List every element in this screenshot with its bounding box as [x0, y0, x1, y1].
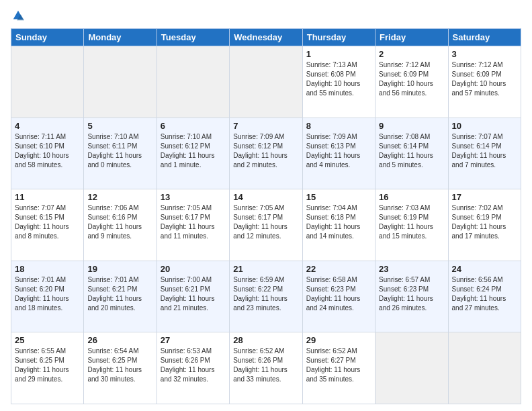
- day-number: 11: [15, 192, 80, 202]
- day-info: Sunrise: 7:11 AMSunset: 6:10 PMDaylight:…: [15, 132, 80, 170]
- day-number: 22: [306, 264, 371, 274]
- day-info: Sunrise: 7:12 AMSunset: 6:09 PMDaylight:…: [452, 60, 517, 98]
- calendar-cell: 3Sunrise: 7:12 AMSunset: 6:09 PMDaylight…: [448, 46, 521, 118]
- calendar-cell: 21Sunrise: 6:59 AMSunset: 6:22 PMDayligh…: [230, 261, 302, 332]
- day-info: Sunrise: 6:58 AMSunset: 6:23 PMDaylight:…: [306, 275, 371, 313]
- weekday-header-monday: Monday: [84, 29, 157, 46]
- day-info: Sunrise: 7:12 AMSunset: 6:09 PMDaylight:…: [379, 60, 444, 98]
- day-info: Sunrise: 7:09 AMSunset: 6:12 PMDaylight:…: [233, 132, 298, 170]
- calendar-cell: 17Sunrise: 7:02 AMSunset: 6:19 PMDayligh…: [448, 189, 521, 261]
- calendar-cell: 27Sunrise: 6:53 AMSunset: 6:26 PMDayligh…: [157, 332, 229, 404]
- calendar-cell: [375, 332, 448, 404]
- day-number: 1: [306, 49, 371, 59]
- day-info: Sunrise: 7:10 AMSunset: 6:11 PMDaylight:…: [87, 132, 152, 170]
- day-number: 19: [87, 264, 152, 274]
- day-number: 17: [452, 192, 517, 202]
- day-info: Sunrise: 7:06 AMSunset: 6:16 PMDaylight:…: [87, 203, 152, 241]
- calendar-week-2: 11Sunrise: 7:07 AMSunset: 6:15 PMDayligh…: [11, 189, 521, 261]
- day-info: Sunrise: 7:10 AMSunset: 6:12 PMDaylight:…: [161, 132, 226, 170]
- calendar-cell: 5Sunrise: 7:10 AMSunset: 6:11 PMDaylight…: [84, 118, 157, 189]
- day-number: 5: [87, 121, 152, 131]
- calendar-cell: 23Sunrise: 6:57 AMSunset: 6:23 PMDayligh…: [375, 261, 448, 332]
- day-number: 23: [379, 264, 444, 274]
- logo: [11, 11, 24, 21]
- day-number: 3: [452, 49, 517, 59]
- calendar-cell: 1Sunrise: 7:13 AMSunset: 6:08 PMDaylight…: [302, 46, 375, 118]
- day-info: Sunrise: 6:52 AMSunset: 6:27 PMDaylight:…: [306, 347, 371, 384]
- day-info: Sunrise: 7:03 AMSunset: 6:19 PMDaylight:…: [379, 203, 444, 241]
- day-info: Sunrise: 6:57 AMSunset: 6:23 PMDaylight:…: [379, 275, 444, 313]
- day-number: 24: [452, 264, 517, 274]
- day-number: 6: [161, 121, 226, 131]
- calendar-cell: [11, 46, 84, 118]
- calendar-cell: 14Sunrise: 7:05 AMSunset: 6:17 PMDayligh…: [230, 189, 302, 261]
- calendar-cell: 28Sunrise: 6:52 AMSunset: 6:26 PMDayligh…: [230, 332, 302, 404]
- day-info: Sunrise: 6:59 AMSunset: 6:22 PMDaylight:…: [233, 275, 298, 313]
- calendar-cell: 11Sunrise: 7:07 AMSunset: 6:15 PMDayligh…: [11, 189, 84, 261]
- day-info: Sunrise: 6:52 AMSunset: 6:26 PMDaylight:…: [233, 347, 298, 384]
- day-number: 8: [306, 121, 371, 131]
- day-info: Sunrise: 7:07 AMSunset: 6:14 PMDaylight:…: [452, 132, 517, 170]
- day-info: Sunrise: 6:56 AMSunset: 6:24 PMDaylight:…: [452, 275, 517, 313]
- day-info: Sunrise: 6:55 AMSunset: 6:25 PMDaylight:…: [15, 347, 80, 384]
- calendar-cell: 7Sunrise: 7:09 AMSunset: 6:12 PMDaylight…: [230, 118, 302, 189]
- calendar-cell: 13Sunrise: 7:05 AMSunset: 6:17 PMDayligh…: [157, 189, 229, 261]
- calendar-cell: 25Sunrise: 6:55 AMSunset: 6:25 PMDayligh…: [11, 332, 84, 404]
- calendar-cell: 20Sunrise: 7:00 AMSunset: 6:21 PMDayligh…: [157, 261, 229, 332]
- day-number: 21: [233, 264, 298, 274]
- day-number: 7: [233, 121, 298, 131]
- day-number: 13: [161, 192, 226, 202]
- calendar-cell: [157, 46, 229, 118]
- day-info: Sunrise: 6:53 AMSunset: 6:26 PMDaylight:…: [161, 347, 226, 384]
- weekday-header-wednesday: Wednesday: [230, 29, 302, 46]
- calendar-cell: [84, 46, 157, 118]
- calendar-week-3: 18Sunrise: 7:01 AMSunset: 6:20 PMDayligh…: [11, 261, 521, 332]
- calendar-cell: 6Sunrise: 7:10 AMSunset: 6:12 PMDaylight…: [157, 118, 229, 189]
- weekday-header-tuesday: Tuesday: [157, 29, 229, 46]
- day-info: Sunrise: 7:00 AMSunset: 6:21 PMDaylight:…: [161, 275, 226, 313]
- calendar-cell: 16Sunrise: 7:03 AMSunset: 6:19 PMDayligh…: [375, 189, 448, 261]
- calendar-cell: 10Sunrise: 7:07 AMSunset: 6:14 PMDayligh…: [448, 118, 521, 189]
- day-number: 28: [233, 335, 298, 345]
- day-info: Sunrise: 6:54 AMSunset: 6:25 PMDaylight:…: [87, 347, 152, 384]
- calendar-cell: 29Sunrise: 6:52 AMSunset: 6:27 PMDayligh…: [302, 332, 375, 404]
- calendar-cell: 15Sunrise: 7:04 AMSunset: 6:18 PMDayligh…: [302, 189, 375, 261]
- day-info: Sunrise: 7:07 AMSunset: 6:15 PMDaylight:…: [15, 203, 80, 241]
- calendar-cell: [448, 332, 521, 404]
- day-number: 10: [452, 121, 517, 131]
- day-number: 20: [161, 264, 226, 274]
- calendar-cell: 9Sunrise: 7:08 AMSunset: 6:14 PMDaylight…: [375, 118, 448, 189]
- day-info: Sunrise: 7:13 AMSunset: 6:08 PMDaylight:…: [306, 60, 371, 98]
- day-info: Sunrise: 7:04 AMSunset: 6:18 PMDaylight:…: [306, 203, 371, 241]
- day-number: 25: [15, 335, 80, 345]
- day-number: 18: [15, 264, 80, 274]
- calendar-week-0: 1Sunrise: 7:13 AMSunset: 6:08 PMDaylight…: [11, 46, 521, 118]
- day-number: 26: [87, 335, 152, 345]
- calendar-cell: 18Sunrise: 7:01 AMSunset: 6:20 PMDayligh…: [11, 261, 84, 332]
- calendar-cell: 26Sunrise: 6:54 AMSunset: 6:25 PMDayligh…: [84, 332, 157, 404]
- calendar-cell: [230, 46, 302, 118]
- day-number: 29: [306, 335, 371, 345]
- day-number: 14: [233, 192, 298, 202]
- day-number: 12: [87, 192, 152, 202]
- calendar-cell: 4Sunrise: 7:11 AMSunset: 6:10 PMDaylight…: [11, 118, 84, 189]
- calendar-cell: 2Sunrise: 7:12 AMSunset: 6:09 PMDaylight…: [375, 46, 448, 118]
- weekday-header-row: SundayMondayTuesdayWednesdayThursdayFrid…: [11, 29, 521, 46]
- day-number: 9: [379, 121, 444, 131]
- day-info: Sunrise: 7:02 AMSunset: 6:19 PMDaylight:…: [452, 203, 517, 241]
- calendar-week-4: 25Sunrise: 6:55 AMSunset: 6:25 PMDayligh…: [11, 332, 521, 404]
- day-number: 15: [306, 192, 371, 202]
- calendar-table: SundayMondayTuesdayWednesdayThursdayFrid…: [11, 28, 521, 404]
- day-number: 2: [379, 49, 444, 59]
- day-number: 16: [379, 192, 444, 202]
- day-number: 27: [161, 335, 226, 345]
- calendar-week-1: 4Sunrise: 7:11 AMSunset: 6:10 PMDaylight…: [11, 118, 521, 189]
- page: SundayMondayTuesdayWednesdayThursdayFrid…: [0, 0, 532, 411]
- weekday-header-saturday: Saturday: [448, 29, 521, 46]
- calendar-cell: 8Sunrise: 7:09 AMSunset: 6:13 PMDaylight…: [302, 118, 375, 189]
- day-info: Sunrise: 7:08 AMSunset: 6:14 PMDaylight:…: [379, 132, 444, 170]
- day-info: Sunrise: 7:05 AMSunset: 6:17 PMDaylight:…: [233, 203, 298, 241]
- day-info: Sunrise: 7:01 AMSunset: 6:21 PMDaylight:…: [87, 275, 152, 313]
- calendar-cell: 24Sunrise: 6:56 AMSunset: 6:24 PMDayligh…: [448, 261, 521, 332]
- calendar-cell: 22Sunrise: 6:58 AMSunset: 6:23 PMDayligh…: [302, 261, 375, 332]
